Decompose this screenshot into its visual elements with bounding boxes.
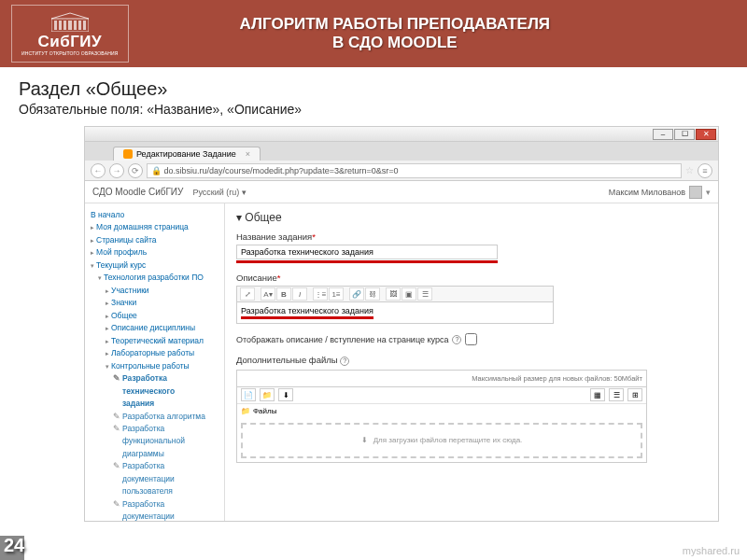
nav-general[interactable]: ▸Общее <box>89 310 220 322</box>
browser-toolbar: ← → ⟳ 🔒 do.sibsiu.ru/day/course/modedit.… <box>85 161 718 181</box>
logo-subtitle: ИНСТИТУТ ОТКРЫТОГО ОБРАЗОВАНИЯ <box>21 51 119 57</box>
svg-rect-2 <box>59 21 62 30</box>
browser-screenshot: – ☐ ✕ Редактирование Задание × ← → ⟳ 🔒 d… <box>84 126 719 522</box>
reload-button[interactable]: ⟳ <box>128 163 143 178</box>
slide-title: АЛГОРИТМ РАБОТЫ ПРЕПОДАВАТЕЛЯ В СДО MOOD… <box>129 15 736 52</box>
editor-bold-icon[interactable]: B <box>276 287 291 301</box>
address-bar[interactable]: 🔒 do.sibsiu.ru/day/course/modedit.php?up… <box>147 163 682 178</box>
close-button[interactable]: ✕ <box>696 129 716 140</box>
editor-media-icon[interactable]: ▣ <box>402 287 416 301</box>
nav-task-tz[interactable]: ✎Разработка <box>89 372 220 385</box>
view-list-icon[interactable]: ☰ <box>609 388 624 401</box>
editor-ol-icon[interactable]: 1≡ <box>329 287 344 301</box>
watermark: myshared.ru <box>683 545 740 556</box>
nav-theory[interactable]: ▸Теоретический материал <box>89 335 220 347</box>
browser-tabs: Редактирование Задание × <box>85 142 718 161</box>
editor-unlink-icon[interactable]: ⛓ <box>365 287 380 301</box>
user-menu[interactable]: Максим Милованов ▾ <box>609 186 711 199</box>
lock-icon: 🔒 <box>151 166 162 175</box>
nav-task-func[interactable]: ✎Разработка <box>89 423 220 435</box>
nav-myhome[interactable]: ▸Моя домашняя страница <box>89 221 220 233</box>
window-titlebar: – ☐ ✕ <box>85 127 718 142</box>
editor-italic-icon[interactable]: I <box>292 287 307 301</box>
svg-rect-7 <box>83 21 86 30</box>
files-breadcrumb[interactable]: 📁Файлы <box>237 404 646 419</box>
add-file-icon[interactable]: 📄 <box>241 388 256 401</box>
minimize-button[interactable]: – <box>653 129 673 140</box>
nav-badges[interactable]: ▸Значки <box>89 297 220 309</box>
nav-profile[interactable]: ▸Мой профиль <box>89 246 220 259</box>
file-drop-zone[interactable]: ⬇ Для загрузки файлов перетащите их сюда… <box>241 423 642 458</box>
moodle-favicon-icon <box>123 149 133 159</box>
name-label: Название задания* <box>236 231 707 242</box>
nav-sitepages[interactable]: ▸Страницы сайта <box>89 234 220 246</box>
form-section-general[interactable]: ▾ Общее <box>236 211 707 224</box>
section-subheading: Обязательные поля: «Название», «Описание… <box>0 102 747 126</box>
nav-home[interactable]: В начало <box>89 209 220 221</box>
building-icon <box>51 11 89 32</box>
nav-participants[interactable]: ▸Участники <box>89 285 220 297</box>
navigation-sidebar: В начало ▸Моя домашняя страница ▸Страниц… <box>85 203 225 521</box>
svg-rect-1 <box>54 21 57 30</box>
section-heading: Раздел «Общее» <box>0 67 747 102</box>
moodle-header: СДО Moodle СибГИУ Русский (ru) ▾ Максим … <box>85 181 718 203</box>
extra-files-label: Дополнительные файлы ? <box>236 355 707 366</box>
nav-task-devdoc[interactable]: ✎Разработка <box>89 498 220 511</box>
svg-rect-3 <box>63 21 66 30</box>
editor-link-icon[interactable]: 🔗 <box>349 287 364 301</box>
editor-expand-icon[interactable]: ⤢ <box>240 287 255 301</box>
editor-toolbar: ⤢ A▾ B I ⋮≡ 1≡ 🔗 ⛓ 🖼 ▣ ☰ <box>236 286 554 302</box>
download-icon[interactable]: ⬇ <box>278 388 293 401</box>
svg-rect-6 <box>78 21 81 30</box>
avatar-icon <box>689 186 702 199</box>
maximize-button[interactable]: ☐ <box>674 129 695 140</box>
nav-syllabus[interactable]: ▸Описание дисциплины <box>89 322 220 334</box>
assignment-form: ▾ Общее Название задания* Описание* ⤢ A▾… <box>225 203 718 521</box>
description-editor[interactable]: Разработка технического задания <box>236 302 554 324</box>
language-selector[interactable]: Русский (ru) ▾ <box>192 188 246 197</box>
editor-image-icon[interactable]: 🖼 <box>386 287 401 301</box>
show-description-row: Отображать описание / вступление на стра… <box>236 333 707 345</box>
download-arrow-icon: ⬇ <box>361 436 368 444</box>
back-button[interactable]: ← <box>91 163 106 178</box>
editor-paragraph-icon[interactable]: A▾ <box>261 287 275 301</box>
show-description-checkbox[interactable] <box>465 333 477 345</box>
nav-task-algo[interactable]: ✎Разработка алгоритма <box>89 411 220 423</box>
file-picker: Максимальный размер для новых файлов: 50… <box>236 370 647 463</box>
max-size-label: Максимальный размер для новых файлов: 50… <box>237 371 646 387</box>
slide-header: СибГИУ ИНСТИТУТ ОТКРЫТОГО ОБРАЗОВАНИЯ АЛ… <box>0 0 747 67</box>
slide-number: 24 <box>4 535 24 556</box>
help-icon[interactable]: ? <box>340 357 349 366</box>
menu-button[interactable]: ≡ <box>698 163 712 178</box>
assignment-name-input[interactable] <box>236 245 498 259</box>
nav-labs[interactable]: ▸Лабораторные работы <box>89 347 220 359</box>
svg-rect-4 <box>68 21 72 30</box>
forward-button[interactable]: → <box>109 163 124 178</box>
view-tree-icon[interactable]: ⊞ <box>627 388 642 401</box>
university-logo: СибГИУ ИНСТИТУТ ОТКРЫТОГО ОБРАЗОВАНИЯ <box>11 5 129 63</box>
view-icons-icon[interactable]: ▦ <box>590 388 605 401</box>
chevron-down-icon: ▾ <box>706 188 711 197</box>
description-label: Описание* <box>236 273 707 283</box>
nav-tests[interactable]: ▾Контрольные работы <box>89 360 220 372</box>
logo-text: СибГИУ <box>21 34 119 51</box>
nav-course-name[interactable]: ▾Технология разработки ПО <box>89 272 220 284</box>
editor-manage-icon[interactable]: ☰ <box>417 287 432 301</box>
site-title[interactable]: СДО Moodle СибГИУ <box>92 187 183 197</box>
svg-rect-5 <box>74 21 77 30</box>
help-icon[interactable]: ? <box>452 335 461 344</box>
file-picker-toolbar: 📄 📁 ⬇ ▦ ☰ ⊞ <box>237 387 646 404</box>
folder-icon: 📁 <box>241 407 250 415</box>
editor-ul-icon[interactable]: ⋮≡ <box>313 287 328 301</box>
bookmark-icon[interactable]: ☆ <box>685 165 694 175</box>
nav-current-course[interactable]: ▾Текущий курс <box>89 259 220 272</box>
nav-task-userdoc[interactable]: ✎Разработка <box>89 460 220 472</box>
tab-close-icon[interactable]: × <box>246 149 250 159</box>
browser-tab[interactable]: Редактирование Задание × <box>113 147 261 161</box>
add-folder-icon[interactable]: 📁 <box>260 388 275 401</box>
